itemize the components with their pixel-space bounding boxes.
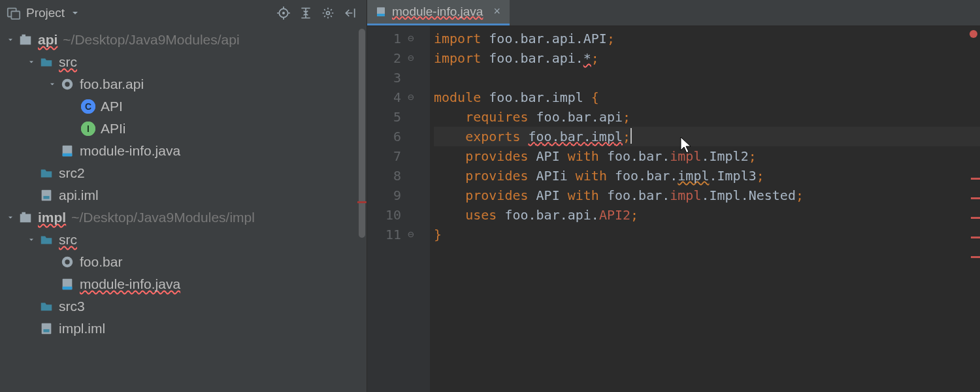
svg-rect-24 (377, 14, 385, 16)
folder-src-icon (39, 55, 54, 69)
error-stripe[interactable] (971, 217, 980, 219)
collapse-all-button[interactable] (295, 2, 317, 24)
tree-item-src[interactable]: src (0, 51, 367, 73)
tree-item-src2[interactable]: src2 (0, 162, 367, 184)
tree-item-label: src2 (59, 165, 85, 181)
folder-src-icon (39, 166, 54, 180)
package-icon (60, 77, 74, 91)
code-content[interactable]: import foo.bar.api.API;import foo.bar.ap… (430, 26, 980, 392)
tool-window-title[interactable]: Project (26, 6, 65, 20)
tree-item-foo-bar-api[interactable]: foo.bar.api (0, 73, 367, 95)
code-line-8[interactable]: provides APIi with foo.bar.impl.Impl3; (434, 166, 980, 186)
editor-gutter: 1234567891011 ⊖⊖⊖⊖ (367, 26, 430, 392)
tree-item-impl-iml[interactable]: impl.iml (0, 318, 367, 340)
project-icon (7, 6, 21, 20)
svg-rect-6 (22, 35, 26, 37)
svg-rect-1 (11, 11, 20, 19)
svg-point-9 (65, 82, 69, 86)
tree-item-label: module-info.java (80, 143, 180, 159)
code-line-1[interactable]: import foo.bar.api.API; (434, 29, 980, 48)
code-line-2[interactable]: import foo.bar.api.*; (434, 48, 980, 68)
tree-item-label: impl.iml (59, 321, 105, 336)
package-icon (60, 255, 74, 269)
tree-item-src3[interactable]: src3 (0, 295, 367, 318)
tree-item-label: src (59, 232, 77, 248)
class-c-icon: C (81, 99, 95, 114)
editor-tabbar: module-info.java × (367, 0, 980, 26)
code-line-9[interactable]: provides API with foo.bar.impl.Impl.Nest… (434, 186, 980, 205)
tool-window-header: Project (0, 0, 367, 26)
tree-item-api[interactable]: api~/Desktop/Java9Modules/api (0, 29, 367, 51)
tree-item-src[interactable]: src (0, 229, 367, 251)
error-stripe[interactable] (971, 178, 980, 180)
tree-item-api-iml[interactable]: api.iml (0, 184, 367, 206)
tree-item-module-info-java[interactable]: module-info.java (0, 273, 367, 295)
code-line-6[interactable]: exports foo.bar.impl; (434, 127, 980, 146)
tree-item-hint: ~/Desktop/Java9Modules/api (63, 32, 239, 48)
svg-rect-7 (23, 39, 27, 42)
tree-scrollbar[interactable] (357, 26, 367, 392)
project-tree[interactable]: api~/Desktop/Java9Modules/apisrcfoo.bar.… (0, 26, 367, 392)
code-line-5[interactable]: requires foo.bar.api; (434, 107, 980, 127)
code-area[interactable]: 1234567891011 ⊖⊖⊖⊖ import foo.bar.api.AP… (367, 26, 980, 392)
tree-item-apii[interactable]: IAPIi (0, 118, 367, 140)
scrollbar-thumb[interactable] (359, 29, 365, 238)
tree-item-label: APIi (101, 121, 126, 137)
tree-item-label: api (38, 32, 57, 48)
error-indicator-icon[interactable] (970, 30, 977, 38)
error-stripe[interactable] (971, 197, 980, 199)
folder-src-icon (39, 233, 54, 247)
svg-rect-22 (43, 329, 49, 333)
hide-button[interactable] (339, 2, 361, 24)
tree-item-module-info-java[interactable]: module-info.java (0, 140, 367, 162)
editor-scrollbar[interactable] (968, 26, 980, 392)
svg-rect-15 (22, 212, 26, 215)
svg-point-18 (65, 259, 69, 264)
tree-item-label: foo.bar.api (80, 76, 144, 92)
svg-rect-16 (23, 216, 27, 220)
svg-point-4 (327, 12, 330, 15)
tree-item-label: api.iml (59, 188, 99, 203)
editor-tab-active[interactable]: module-info.java × (367, 0, 510, 25)
fold-icons[interactable]: ⊖⊖⊖⊖ (405, 29, 430, 392)
svg-point-3 (282, 12, 284, 14)
settings-button[interactable] (317, 2, 339, 24)
svg-rect-11 (63, 154, 73, 157)
expand-icon[interactable] (26, 236, 37, 244)
tree-item-label: module-info.java (80, 276, 180, 292)
tree-item-impl[interactable]: impl~/Desktop/Java9Modules/impl (0, 206, 367, 229)
java-icon (60, 277, 74, 291)
locate-button[interactable] (272, 2, 295, 24)
java-file-icon (375, 6, 387, 18)
code-line-10[interactable]: uses foo.bar.api.API2; (434, 205, 980, 225)
tree-item-api[interactable]: CAPI (0, 95, 367, 118)
code-line-4[interactable]: module foo.bar.impl { (434, 88, 980, 107)
expand-icon[interactable] (26, 58, 37, 66)
error-stripe[interactable] (971, 237, 980, 238)
iml-icon (39, 188, 54, 203)
folder-src-icon (39, 299, 54, 314)
editor: module-info.java × 1234567891011 ⊖⊖⊖⊖ im… (367, 0, 980, 392)
tree-item-label: API (101, 99, 123, 114)
tree-item-label: foo.bar (80, 254, 122, 270)
svg-rect-12 (42, 190, 52, 201)
module-icon (18, 33, 33, 47)
error-stripe[interactable] (971, 256, 980, 258)
tree-item-label: src (59, 54, 77, 70)
code-line-7[interactable]: provides API with foo.bar.impl.Impl2; (434, 146, 980, 166)
code-line-3[interactable] (434, 68, 980, 88)
svg-rect-20 (63, 287, 73, 290)
tree-item-foo-bar[interactable]: foo.bar (0, 251, 367, 273)
code-line-11[interactable]: } (434, 225, 980, 244)
tab-filename: module-info.java (392, 5, 483, 19)
expand-icon[interactable] (5, 36, 16, 44)
expand-icon[interactable] (47, 80, 57, 88)
iml-icon (39, 321, 54, 336)
java-icon (60, 144, 74, 158)
dropdown-icon[interactable] (70, 8, 80, 18)
close-tab-button[interactable]: × (493, 5, 500, 18)
expand-icon[interactable] (5, 214, 16, 221)
error-stripe (357, 201, 367, 203)
line-numbers: 1234567891011 (367, 29, 405, 392)
class-i-icon: I (81, 122, 95, 136)
